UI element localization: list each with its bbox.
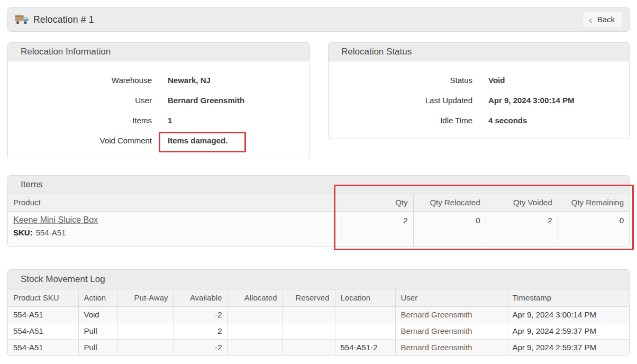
qty-voided-cell: 2 — [486, 211, 558, 247]
log-allocated-cell — [228, 323, 283, 339]
log-put-away-cell — [117, 323, 174, 339]
log-table-header-row: Product SKU Action Put-Away Available Al… — [8, 289, 629, 306]
log-user-cell: Bernard Greensmith — [395, 323, 507, 339]
void-comment-label: Void Comment — [8, 136, 152, 145]
field-row-user: User Bernard Greensmith — [8, 90, 310, 110]
relocation-information-body: Warehouse Newark, NJ User Bernard Greens… — [8, 61, 310, 159]
relocation-detail-page: Relocation # 1 ‹ Back Relocation Informa… — [7, 7, 630, 356]
log-reserved-cell — [283, 306, 335, 323]
qty-relocated-column-header: Qty Relocated — [413, 194, 486, 211]
idle-time-value: 4 seconds — [488, 116, 629, 125]
last-updated-label: Last Updated — [329, 96, 472, 105]
product-sku-column-header: Product SKU — [8, 289, 78, 306]
relocation-status-panel: Relocation Status Status Void Last Updat… — [328, 42, 630, 139]
put-away-column-header: Put-Away — [117, 289, 174, 306]
items-table: Product Qty Qty Relocated Qty Voided Qty… — [8, 194, 629, 247]
qty-cell: 2 — [341, 211, 413, 247]
qty-remaining-column-header: Qty Remaining — [558, 194, 629, 211]
qty-relocated-cell: 0 — [413, 211, 486, 247]
log-table-row: 554-A51 Pull 2 Bernard Greensmith Apr 9,… — [8, 323, 629, 339]
info-panels-row: Relocation Information Warehouse Newark,… — [7, 42, 630, 159]
log-timestamp-cell: Apr 9, 2024 2:59:37 PM — [507, 339, 629, 356]
status-label: Status — [329, 76, 472, 85]
status-value: Void — [488, 76, 629, 85]
items-panel: Items Product Qty Qty Relocated Qty Void… — [7, 175, 630, 247]
log-put-away-cell — [117, 306, 174, 323]
log-product-sku-cell: 554-A51 — [8, 323, 78, 339]
log-put-away-cell — [117, 339, 174, 356]
log-timestamp-cell: Apr 9, 2024 2:59:37 PM — [507, 323, 629, 339]
qty-column-header: Qty — [341, 194, 413, 211]
log-location-cell — [335, 306, 395, 323]
log-action-cell: Pull — [78, 323, 117, 339]
product-column-header: Product — [8, 194, 341, 211]
location-column-header: Location — [335, 289, 395, 306]
action-column-header: Action — [78, 289, 117, 306]
log-available-cell: 2 — [174, 323, 228, 339]
delivery-truck-icon — [15, 14, 29, 25]
sku-label: SKU: — [13, 228, 33, 237]
log-user-cell: Bernard Greensmith — [395, 339, 507, 356]
available-column-header: Available — [174, 289, 228, 306]
log-user-cell: Bernard Greensmith — [395, 306, 507, 323]
log-allocated-cell — [228, 306, 283, 323]
relocation-status-title: Relocation Status — [329, 43, 629, 61]
user-value: Bernard Greensmith — [168, 96, 310, 105]
log-table-row: 554-A51 Void -2 Bernard Greensmith Apr 9… — [8, 306, 629, 323]
page-title: Relocation # 1 — [33, 14, 94, 25]
qty-voided-column-header: Qty Voided — [486, 194, 558, 211]
idle-time-label: Idle Time — [329, 116, 472, 125]
reserved-column-header: Reserved — [283, 289, 335, 306]
field-row-last-updated: Last Updated Apr 9, 2024 3:00:14 PM — [329, 90, 629, 110]
product-sku-line: SKU:554-A51 — [13, 228, 335, 237]
stock-movement-log-table: Product SKU Action Put-Away Available Al… — [8, 289, 629, 356]
field-row-warehouse: Warehouse Newark, NJ — [8, 70, 310, 90]
field-row-items: Items 1 — [8, 110, 310, 130]
warehouse-label: Warehouse — [8, 76, 152, 85]
log-available-cell: -2 — [174, 339, 228, 356]
log-action-cell: Void — [78, 306, 117, 323]
back-button[interactable]: ‹ Back — [583, 12, 622, 28]
void-comment-value: Items damaged. — [168, 136, 310, 145]
relocation-information-title: Relocation Information — [8, 43, 310, 61]
log-action-cell: Pull — [78, 339, 117, 356]
allocated-column-header: Allocated — [228, 289, 283, 306]
product-link[interactable]: Keene Mini Sluice Box — [13, 215, 98, 225]
log-product-sku-cell: 554-A51 — [8, 306, 78, 323]
log-location-cell: 554-A51-2 — [335, 339, 395, 356]
timestamp-column-header: Timestamp — [507, 289, 629, 306]
items-table-row: Keene Mini Sluice Box SKU:554-A51 2 0 2 … — [8, 211, 629, 247]
log-available-cell: -2 — [174, 306, 228, 323]
relocation-status-body: Status Void Last Updated Apr 9, 2024 3:0… — [329, 61, 629, 139]
log-location-cell — [335, 323, 395, 339]
field-row-status: Status Void — [329, 70, 629, 90]
page-header-bar: Relocation # 1 ‹ Back — [7, 7, 630, 32]
log-reserved-cell — [283, 339, 335, 356]
stock-movement-log-title: Stock Movement Log — [8, 270, 629, 289]
user-column-header: User — [395, 289, 507, 306]
back-button-label: Back — [597, 15, 615, 24]
qty-remaining-cell: 0 — [558, 211, 629, 247]
user-label: User — [8, 96, 152, 105]
log-reserved-cell — [283, 323, 335, 339]
items-table-header-row: Product Qty Qty Relocated Qty Voided Qty… — [8, 194, 629, 211]
log-table-row: 554-A51 Pull -2 554-A51-2 Bernard Greens… — [8, 339, 629, 356]
log-timestamp-cell: Apr 9, 2024 3:00:14 PM — [507, 306, 629, 323]
relocation-information-panel: Relocation Information Warehouse Newark,… — [7, 42, 310, 159]
product-cell: Keene Mini Sluice Box SKU:554-A51 — [8, 211, 341, 247]
items-value: 1 — [168, 116, 310, 125]
field-row-void-comment: Void Comment Items damaged. — [8, 130, 310, 150]
items-label: Items — [8, 116, 152, 125]
sku-value: 554-A51 — [36, 228, 66, 237]
items-panel-title: Items — [8, 176, 629, 194]
field-row-idle-time: Idle Time 4 seconds — [329, 110, 629, 130]
log-product-sku-cell: 554-A51 — [8, 339, 78, 356]
last-updated-value: Apr 9, 2024 3:00:14 PM — [488, 96, 629, 105]
chevron-left-icon: ‹ — [589, 16, 593, 23]
stock-movement-log-panel: Stock Movement Log Product SKU Action Pu… — [7, 269, 630, 356]
log-allocated-cell — [228, 339, 283, 356]
warehouse-value: Newark, NJ — [168, 76, 310, 85]
